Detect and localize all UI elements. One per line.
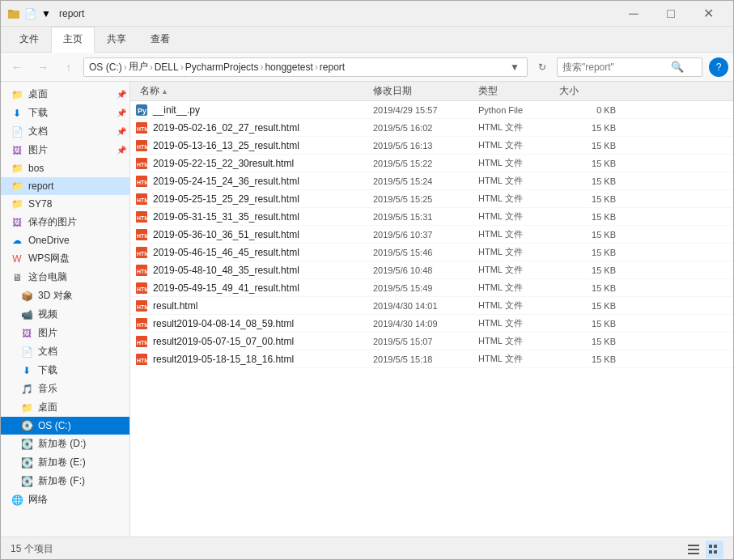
sidebar-item-drive-e[interactable]: 💽 新加卷 (E:) [1, 453, 129, 472]
file-name: HTML 2019-05-36-10_36_51_result.html [130, 228, 373, 241]
doc-icon: 📄 [20, 346, 33, 358]
tb-icon-2: 📄 [23, 7, 36, 20]
pin-icon: 📌 [117, 108, 126, 117]
main-area: 📁 桌面 📌 ⬇ 下载 📌 📄 文档 📌 🖼 图片 📌 📁 bos 📁 repo… [1, 82, 733, 537]
breadcrumb-os-c[interactable]: OS (C:) [89, 62, 122, 73]
file-name: HTML 2019-05-24-15_24_36_result.html [130, 175, 373, 188]
svg-rect-1 [8, 10, 13, 12]
table-row[interactable]: HTML result2019-05-18-15_18_16.html 2019… [130, 350, 733, 368]
svg-text:HTML: HTML [137, 304, 148, 310]
wps-icon: W [11, 252, 23, 265]
table-row[interactable]: HTML 2019-05-36-10_36_51_result.html 201… [130, 226, 733, 244]
folder-icon [7, 7, 20, 20]
table-row[interactable]: HTML 2019-05-22-15_22_30result.html 2019… [130, 155, 733, 172]
sidebar-item-drive-d[interactable]: 💽 新加卷 (D:) [1, 435, 129, 453]
sidebar-item-bos[interactable]: 📁 bos [1, 159, 129, 177]
sidebar-item-desktop[interactable]: 📁 桌面 📌 [1, 85, 129, 104]
svg-text:HTML: HTML [137, 233, 148, 239]
html-file-icon: HTML [135, 264, 148, 277]
sidebar-item-drive-f[interactable]: 💽 新加卷 (F:) [1, 472, 129, 490]
tab-share[interactable]: 共享 [95, 27, 138, 52]
sidebar-item-3d[interactable]: 📦 3D 对象 [1, 286, 129, 305]
file-name: HTML 2019-05-31-15_31_35_result.html [130, 210, 373, 223]
detail-view-button[interactable] [706, 541, 723, 558]
sidebar-item-saved-pics[interactable]: 🖼 保存的图片 [1, 213, 129, 231]
image-icon: 🖼 [20, 327, 33, 340]
col-header-size[interactable]: 大小 [559, 84, 624, 98]
html-file-icon: HTML [135, 121, 148, 134]
table-row[interactable]: HTML 2019-05-48-10_48_35_result.html 201… [130, 261, 733, 279]
breadcrumb-honggetest[interactable]: honggetest [265, 62, 312, 73]
search-bar: 🔍 [557, 57, 702, 77]
breadcrumb-pycharm[interactable]: PycharmProjects [185, 62, 259, 73]
table-row[interactable]: Py __init__.py 2019/4/29 15:57 Python Fi… [130, 101, 733, 119]
back-button[interactable]: ← [6, 56, 28, 78]
html-file-icon: HTML [135, 282, 148, 295]
table-row[interactable]: HTML result2019-04-08-14_08_59.html 2019… [130, 315, 733, 333]
download-icon: ⬇ [20, 364, 33, 377]
svg-rect-35 [709, 545, 712, 548]
table-row[interactable]: HTML 2019-05-25-15_25_29_result.html 201… [130, 190, 733, 208]
table-row[interactable]: HTML result2019-05-07-15_07_00.html 2019… [130, 333, 733, 350]
table-row[interactable]: HTML 2019-05-31-15_31_35_result.html 201… [130, 208, 733, 226]
refresh-button[interactable]: ↻ [532, 57, 552, 77]
help-button[interactable]: ? [709, 57, 728, 77]
sidebar-item-report[interactable]: 📁 report [1, 177, 129, 195]
list-view-button[interactable] [685, 541, 702, 558]
breadcrumb-users[interactable]: 用户 [129, 60, 148, 74]
maximize-button[interactable]: □ [652, 1, 689, 27]
sidebar-item-documents2[interactable]: 📄 文档 [1, 342, 129, 361]
folder-icon: 📁 [11, 197, 23, 210]
sidebar-item-pictures2[interactable]: 🖼 图片 [1, 324, 129, 342]
sort-arrow: ▲ [161, 87, 168, 95]
col-header-name[interactable]: 名称▲ [130, 84, 373, 98]
table-row[interactable]: HTML 2019-05-46-15_46_45_result.html 201… [130, 244, 733, 261]
tab-view[interactable]: 查看 [138, 27, 182, 52]
table-row[interactable]: HTML 2019-05-49-15_49_41_result.html 201… [130, 279, 733, 297]
html-file-icon: HTML [135, 193, 148, 206]
table-row[interactable]: HTML result.html 2019/4/30 14:01 HTML 文件… [130, 297, 733, 315]
html-file-icon: HTML [135, 317, 148, 330]
sidebar-item-network[interactable]: 🌐 网络 [1, 490, 129, 509]
sidebar-item-music[interactable]: 🎵 音乐 [1, 380, 129, 398]
sidebar-item-onedrive[interactable]: ☁ OneDrive [1, 231, 129, 249]
file-name: Py __init__.py [130, 104, 373, 117]
table-row[interactable]: HTML 2019-05-24-15_24_36_result.html 201… [130, 172, 733, 190]
doc-icon: 📄 [11, 125, 23, 138]
sidebar-item-documents[interactable]: 📄 文档 📌 [1, 122, 129, 141]
file-list: 名称▲ 修改日期 类型 大小 Py __init__.py 2019/4/29 … [130, 82, 733, 537]
sidebar-item-download[interactable]: ⬇ 下载 📌 [1, 104, 129, 122]
sidebar-item-wps[interactable]: W WPS网盘 [1, 249, 129, 268]
address-dropdown-button[interactable]: ▼ [507, 58, 522, 76]
network-icon: 🌐 [11, 494, 23, 507]
sidebar-item-desktop2[interactable]: 📁 桌面 [1, 398, 129, 417]
svg-rect-33 [688, 549, 699, 550]
sidebar-item-os-c[interactable]: 💽 OS (C:) [1, 417, 129, 435]
sidebar-item-this-pc[interactable]: 🖥 这台电脑 [1, 268, 129, 286]
col-header-type[interactable]: 类型 [478, 84, 559, 98]
tb-icon-3: ▼ [40, 7, 53, 20]
tab-file[interactable]: 文件 [7, 27, 51, 52]
svg-text:HTML: HTML [137, 286, 148, 292]
col-header-date[interactable]: 修改日期 [373, 84, 478, 98]
file-name: HTML result2019-04-08-14_08_59.html [130, 317, 373, 330]
file-list-header: 名称▲ 修改日期 类型 大小 [130, 82, 733, 101]
breadcrumb-dell[interactable]: DELL [155, 62, 179, 73]
sidebar-item-videos[interactable]: 📹 视频 [1, 305, 129, 324]
minimize-button[interactable]: ─ [615, 1, 652, 27]
file-name: HTML 2019-05-02-16_02_27_result.html [130, 121, 373, 134]
sidebar-item-download2[interactable]: ⬇ 下载 [1, 361, 129, 380]
table-row[interactable]: HTML 2019-05-02-16_02_27_result.html 201… [130, 119, 733, 137]
search-icon: 🔍 [671, 61, 684, 73]
sidebar-item-sy78[interactable]: 📁 SY78 [1, 195, 129, 213]
table-row[interactable]: HTML 2019-05-13-16_13_25_result.html 201… [130, 137, 733, 155]
search-input[interactable] [562, 62, 668, 73]
up-button[interactable]: ↑ [57, 56, 80, 78]
tab-home[interactable]: 主页 [51, 27, 95, 53]
sidebar: 📁 桌面 📌 ⬇ 下载 📌 📄 文档 📌 🖼 图片 📌 📁 bos 📁 repo… [1, 82, 130, 537]
html-file-icon: HTML [135, 228, 148, 241]
html-file-icon: HTML [135, 299, 148, 312]
close-button[interactable]: ✕ [689, 1, 727, 27]
forward-button[interactable]: → [32, 56, 54, 78]
sidebar-item-pictures[interactable]: 🖼 图片 📌 [1, 141, 129, 159]
